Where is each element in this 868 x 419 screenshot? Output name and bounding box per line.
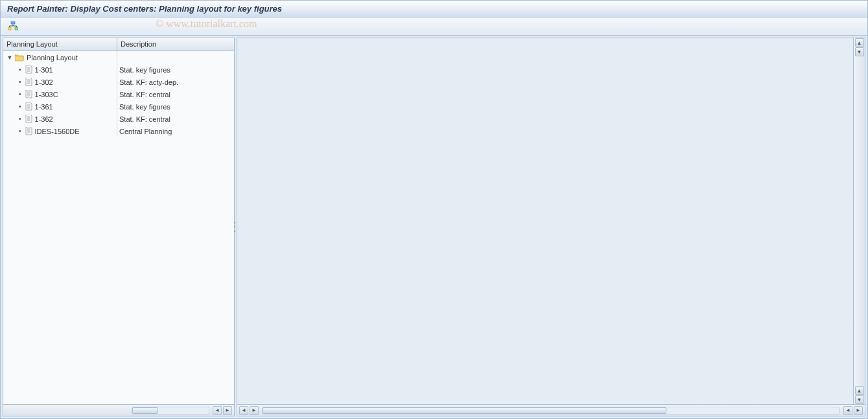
scroll-up-button[interactable]: ▲ <box>855 386 864 395</box>
bullet-icon: • <box>19 78 21 85</box>
tree-panel: Planning Layout Description ▼ Plann <box>3 38 235 416</box>
tree-item-id: IDES-1560DE <box>35 128 80 135</box>
document-icon <box>25 65 32 74</box>
tree-item-desc: Stat. KF: acty-dep. <box>119 78 178 86</box>
scroll-up-button[interactable]: ▲ <box>855 38 864 47</box>
tree-item[interactable]: • 1-303C Stat. KF: central <box>3 88 234 100</box>
tree-item-id: 1-302 <box>35 78 53 86</box>
scroll-track[interactable] <box>856 58 863 385</box>
collapse-icon[interactable]: ▼ <box>6 54 14 61</box>
page-title: Report Painter: Display Cost centers: Pl… <box>7 4 282 14</box>
scroll-down-button[interactable]: ▼ <box>855 395 864 404</box>
splitter-handle[interactable] <box>233 221 236 234</box>
tree-root-row[interactable]: ▼ Planning Layout <box>3 51 234 63</box>
tree-item-id: 1-303C <box>35 91 58 98</box>
tree-root-label: Planning Layout <box>27 54 78 62</box>
tree-item-id: 1-301 <box>35 66 53 74</box>
bullet-icon: • <box>19 115 21 122</box>
tree-item-desc: Stat. key figures <box>119 103 170 111</box>
tree-horizontal-scroll: ◄ ► <box>3 404 234 416</box>
tree-header: Planning Layout Description <box>3 38 234 51</box>
document-icon <box>25 78 32 87</box>
detail-horizontal-scroll: ◄ ► ◄ ► <box>237 404 865 416</box>
scroll-track[interactable] <box>132 407 209 414</box>
scroll-right-button[interactable]: ► <box>250 406 259 415</box>
detail-panel: ▲ ▼ ▲ ▼ ◄ ► ◄ ► <box>237 38 865 416</box>
folder-open-icon <box>15 53 24 62</box>
tree-item-desc: Stat. KF: central <box>119 91 170 98</box>
tree-header-layout[interactable]: Planning Layout <box>3 38 117 51</box>
tree-item-desc: Stat. key figures <box>119 66 170 74</box>
detail-vertical-scroll: ▲ ▼ ▲ ▼ <box>853 38 865 404</box>
svg-rect-1 <box>8 27 11 30</box>
svg-rect-2 <box>15 27 18 30</box>
document-icon <box>25 102 32 111</box>
tree-body: ▼ Planning Layout • <box>3 51 234 404</box>
content-area: Planning Layout Description ▼ Plann <box>1 36 867 418</box>
detail-body <box>237 38 853 404</box>
document-icon <box>25 127 32 136</box>
tree-item-desc: Stat. KF: central <box>119 115 170 123</box>
scroll-left-button[interactable]: ◄ <box>843 406 852 415</box>
scroll-thumb[interactable] <box>132 407 158 414</box>
tree-header-description[interactable]: Description <box>117 38 234 51</box>
scroll-track[interactable] <box>262 407 840 414</box>
scroll-thumb[interactable] <box>263 407 666 414</box>
tree-item[interactable]: • 1-301 Stat. key figures <box>3 63 234 76</box>
tree-item-id: 1-361 <box>35 103 53 111</box>
scroll-left-button[interactable]: ◄ <box>213 406 222 415</box>
tree-item[interactable]: • IDES-1560DE Central Planning <box>3 125 234 137</box>
scroll-right-button[interactable]: ► <box>223 406 232 415</box>
bullet-icon: • <box>19 66 21 73</box>
toolbar <box>1 17 867 36</box>
tree-item[interactable]: • 1-302 Stat. KF: acty-dep. <box>3 76 234 88</box>
tree-item-desc: Central Planning <box>119 128 172 135</box>
tree-item-id: 1-362 <box>35 115 53 123</box>
document-icon <box>25 90 32 99</box>
document-icon <box>25 115 32 124</box>
bullet-icon: • <box>19 91 21 98</box>
tree-item[interactable]: • 1-362 Stat. KF: central <box>3 113 234 125</box>
scroll-down-button[interactable]: ▼ <box>855 47 864 56</box>
hierarchy-button[interactable] <box>6 20 20 33</box>
svg-rect-0 <box>11 21 15 24</box>
scroll-right-button[interactable]: ► <box>854 406 863 415</box>
bullet-icon: • <box>19 128 21 135</box>
bullet-icon: • <box>19 103 21 110</box>
scroll-left-button[interactable]: ◄ <box>239 406 248 415</box>
titlebar: Report Painter: Display Cost centers: Pl… <box>1 1 867 17</box>
app-window: Report Painter: Display Cost centers: Pl… <box>0 0 868 419</box>
hierarchy-icon <box>8 21 18 32</box>
tree-item[interactable]: • 1-361 Stat. key figures <box>3 100 234 113</box>
